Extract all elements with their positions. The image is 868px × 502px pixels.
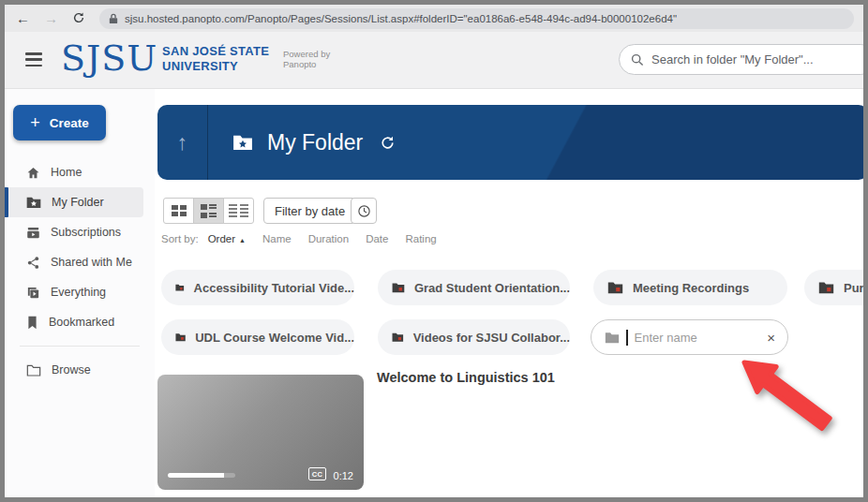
home-icon <box>26 166 40 180</box>
folder-tile-videos-sjsu[interactable]: Videos for SJSU Collabor... <box>378 319 570 355</box>
page-url: sjsu.hosted.panopto.com/Panopto/Pages/Se… <box>125 13 677 24</box>
folder-icon <box>818 281 834 294</box>
refresh-icon[interactable] <box>380 135 396 151</box>
folder-icon <box>605 332 620 344</box>
sidebar-item-everything[interactable]: Everything <box>5 277 155 307</box>
detail-list-view-icon <box>229 204 248 217</box>
sidebar-item-subscriptions[interactable]: Subscriptions <box>5 217 155 247</box>
menu-icon[interactable] <box>25 52 42 66</box>
university-wordmark: SAN JOSÉ STATE UNIVERSITY <box>162 44 269 73</box>
folder-tile-meeting-recordings[interactable]: Meeting Recordings <box>593 270 787 305</box>
sidebar-item-browse[interactable]: Browse <box>5 355 155 385</box>
browser-reload-icon[interactable] <box>72 11 85 26</box>
search-input[interactable] <box>651 52 864 66</box>
plus-icon: + <box>30 113 40 133</box>
powered-by-panopto: Powered by Panopto <box>283 49 330 69</box>
text-caret <box>626 330 628 346</box>
sjsu-logo: SJSU <box>61 37 157 79</box>
browser-back-icon[interactable]: ← <box>16 11 30 25</box>
folder-tile-label: Accessibility Tutorial Vide... <box>194 281 354 295</box>
folder-icon <box>175 331 186 344</box>
browse-folder-icon <box>26 363 41 376</box>
sidebar-item-label: Shared with Me <box>51 256 132 269</box>
folder-icon <box>607 281 623 294</box>
sort-option-date[interactable]: Date <box>366 233 388 244</box>
sidebar-item-my-folder[interactable]: My Folder <box>5 187 143 217</box>
up-arrow-icon: ↑ <box>177 130 188 155</box>
sort-option-duration[interactable]: Duration <box>308 233 349 244</box>
lock-icon <box>109 13 118 24</box>
browser-toolbar: ← → sjsu.hosted.panopto.com/Panopto/Page… <box>5 5 863 32</box>
folder-icon <box>392 281 405 294</box>
sidebar-item-label: Home <box>51 166 82 179</box>
video-progress-bar <box>168 473 235 478</box>
folder-tile-label: Purp... <box>844 281 868 295</box>
subscriptions-icon <box>26 226 40 240</box>
filter-by-date-label: Filter by date <box>275 204 345 218</box>
detail-list-view-button[interactable] <box>223 198 254 224</box>
create-button[interactable]: + Create <box>13 105 106 140</box>
folder-icon <box>175 281 185 294</box>
address-bar[interactable]: sjsu.hosted.panopto.com/Panopto/Pages/Se… <box>99 8 854 29</box>
thumbnail-list-view-icon <box>201 204 217 218</box>
video-duration: 0:12 <box>334 470 353 481</box>
folder-tile-label: Grad Student Orientation... <box>414 281 570 295</box>
grid-view-button[interactable] <box>163 198 194 224</box>
view-toggle-group <box>164 198 254 224</box>
sort-bar: Sort by: Order▲ Name Duration Date Ratin… <box>161 233 437 244</box>
sidebar-item-label: My Folder <box>52 196 104 209</box>
sidebar-item-label: Subscriptions <box>51 226 121 239</box>
sort-ascending-icon: ▲ <box>239 237 246 244</box>
thumbnail-list-view-button[interactable] <box>193 198 224 224</box>
filter-by-date-button[interactable]: Filter by date <box>263 198 356 224</box>
sort-option-order[interactable]: Order▲ <box>208 233 246 244</box>
sidebar-item-shared-with-me[interactable]: Shared with Me <box>5 247 155 277</box>
panopto-window: ← → sjsu.hosted.panopto.com/Panopto/Page… <box>0 0 868 502</box>
sidebar-item-label: Browse <box>52 363 91 376</box>
folder-tile-accessibility[interactable]: Accessibility Tutorial Vide... <box>161 270 354 305</box>
new-folder-name-field[interactable]: × <box>591 319 788 355</box>
cc-badge: CC <box>308 467 326 480</box>
folder-star-icon <box>232 134 253 151</box>
sidebar-item-label: Bookmarked <box>49 316 114 329</box>
annotation-arrow <box>737 358 842 437</box>
recent-button[interactable] <box>351 198 377 224</box>
sidebar-item-home[interactable]: Home <box>5 157 155 187</box>
everything-icon <box>26 286 40 300</box>
folder-tile-purple[interactable]: Purp... <box>804 270 868 305</box>
sort-option-rating[interactable]: Rating <box>405 233 436 244</box>
folder-tile-label: Meeting Recordings <box>633 281 749 295</box>
sidebar-divider <box>20 346 140 347</box>
my-folder-icon <box>26 196 41 209</box>
search-icon <box>631 53 644 66</box>
folder-tile-label: UDL Course Welcome Vid... <box>195 331 354 345</box>
sidebar-nav: Home My Folder Subscriptions Shared with… <box>5 157 155 385</box>
folder-tile-udl-course[interactable]: UDL Course Welcome Vid... <box>161 319 354 355</box>
folder-tile-grad-student[interactable]: Grad Student Orientation... <box>378 270 570 305</box>
grid-view-icon <box>172 205 187 216</box>
app-header: SJSU SAN JOSÉ STATE UNIVERSITY Powered b… <box>5 32 863 89</box>
browser-forward-icon[interactable]: → <box>44 11 58 25</box>
sidebar: + Create Home My Folder Subscriptions Sh… <box>5 89 155 497</box>
video-thumbnail[interactable]: CC 0:12 <box>157 375 364 490</box>
folder-title: My Folder <box>267 130 363 155</box>
create-button-label: Create <box>50 116 89 130</box>
parent-folder-button[interactable]: ↑ <box>157 105 208 180</box>
new-folder-name-input[interactable] <box>635 331 761 345</box>
bookmark-icon <box>26 316 38 330</box>
sidebar-item-label: Everything <box>51 286 106 299</box>
sort-option-name[interactable]: Name <box>262 233 292 244</box>
video-title[interactable]: Welcome to Linguistics 101 <box>377 370 555 385</box>
sort-by-label: Sort by: <box>161 233 199 244</box>
search-box[interactable] <box>619 44 868 75</box>
folder-icon <box>392 331 404 344</box>
clock-icon <box>357 204 371 218</box>
folder-banner: ↑ My Folder <box>157 105 868 180</box>
folder-tile-label: Videos for SJSU Collabor... <box>413 331 570 345</box>
sidebar-item-bookmarked[interactable]: Bookmarked <box>5 307 155 337</box>
close-icon[interactable]: × <box>767 331 775 345</box>
share-icon <box>26 256 40 270</box>
